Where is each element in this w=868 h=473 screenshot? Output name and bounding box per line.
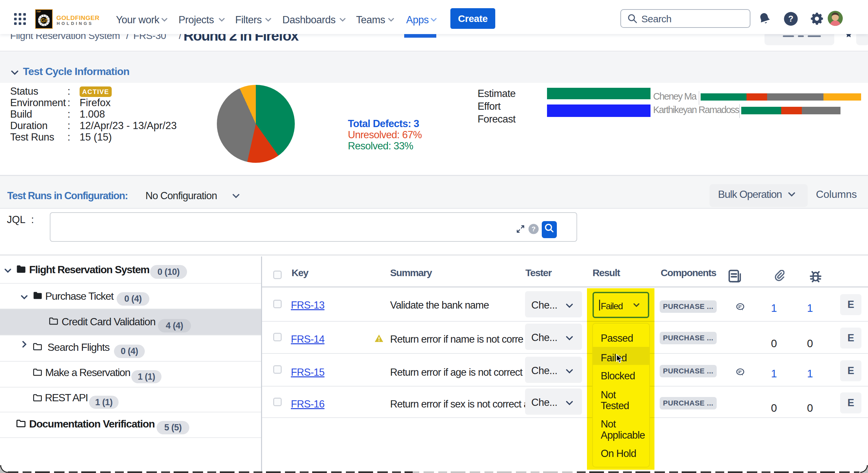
svg-text:?: ?	[532, 225, 535, 232]
svg-text:?: ?	[788, 14, 794, 23]
